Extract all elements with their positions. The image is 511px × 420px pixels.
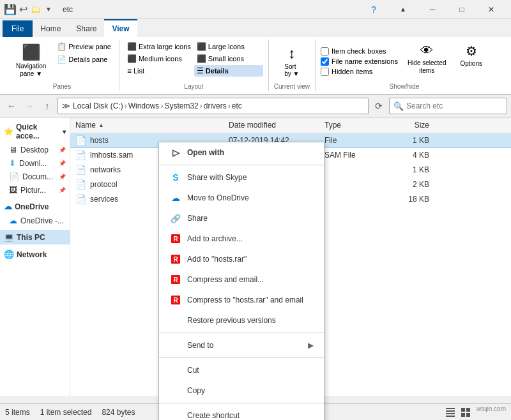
help-button[interactable]: ? [359, 0, 388, 19]
large-icons-button[interactable]: ⬛ Large icons [194, 41, 263, 52]
path-segment-windows: Windows [128, 101, 160, 110]
address-path[interactable]: ≫ Local Disk (C:) › Windows › System32 ›… [57, 98, 369, 114]
ctx-cut[interactable]: Cut [159, 360, 324, 380]
hide-selected-label: Hide selecteditems [408, 59, 446, 75]
maximize-button[interactable]: □ [447, 0, 477, 19]
preview-pane-icon: 📋 [57, 42, 66, 51]
file-size-services: 18 KB [383, 193, 434, 206]
file-icon-hosts: 📄 [75, 135, 86, 146]
search-box[interactable]: 🔍 [389, 98, 507, 114]
quick-access-toolbar-icon2[interactable]: ↩ [18, 4, 28, 15]
file-icon-protocol: 📄 [75, 179, 86, 190]
details-pane-button[interactable]: 📄 Details pane [54, 54, 114, 65]
list-view-button[interactable]: ≡ List [125, 65, 194, 77]
ctx-share[interactable]: 🔗 Share [159, 208, 324, 229]
back-button[interactable]: ← [4, 98, 19, 114]
medium-icons-button[interactable]: ⬛ Medium icons [125, 53, 194, 64]
medium-icons-icon: ⬛ [127, 54, 137, 63]
status-selected: 1 item selected [40, 408, 92, 417]
ctx-send-to-label: Send to [187, 341, 213, 350]
ctx-compress-email[interactable]: R Compress and email... [159, 269, 324, 290]
tab-home[interactable]: Home [33, 20, 68, 37]
desktop-label: Desktop [20, 146, 49, 154]
sidebar-item-network[interactable]: 🌐 Network [0, 247, 70, 262]
ribbon-group-panes: ⬛ Navigationpane ▼ 📋 Preview pane 📄 Deta… [5, 40, 119, 91]
quick-access-toolbar-icon3[interactable]: 🗂 [31, 4, 41, 15]
details-label: Details [206, 67, 229, 75]
ctx-add-hostsrar[interactable]: R Add to "hosts.rar" [159, 249, 324, 269]
tab-file[interactable]: File [3, 20, 33, 37]
details-view-button[interactable]: ☰ Details [194, 65, 263, 77]
large-icons-view-toggle[interactable] [459, 405, 473, 419]
ctx-open-with-label: Open with [187, 148, 224, 157]
minimize-button[interactable]: ─ [418, 0, 447, 19]
close-button[interactable]: ✕ [477, 0, 506, 19]
ctx-restore-versions[interactable]: Restore previous versions [159, 310, 324, 331]
file-size-protocol: 2 KB [383, 178, 434, 191]
sidebar-item-onedrive-sub[interactable]: ☁ OneDrive -... [0, 214, 70, 227]
hide-selected-button[interactable]: 👁 Hide selecteditems [402, 41, 452, 82]
column-header-date[interactable]: Date modified [224, 119, 319, 131]
path-segment-1: ≫ [62, 101, 70, 110]
onedrive-sub-icon: ☁ [9, 216, 17, 225]
navigation-pane-button[interactable]: ⬛ Navigationpane ▼ [10, 41, 52, 80]
tab-view[interactable]: View [104, 19, 137, 37]
sidebar-item-documents[interactable]: 📄 Docum... 📌 [0, 170, 70, 183]
ctx-compress-hostsrar-email[interactable]: R Compress to "hosts.rar" and email [159, 290, 324, 310]
column-header-name[interactable]: Name ▲ [70, 119, 224, 131]
sidebar-section-onedrive[interactable]: ☁ OneDrive [0, 199, 70, 214]
up-button[interactable]: ↑ [40, 98, 55, 114]
title-bar: 💾 ↩ 🗂 ▼ etc ? ▲ ─ □ ✕ [0, 0, 511, 19]
small-icons-button[interactable]: ⬛ Small icons [194, 53, 263, 64]
item-checkboxes-row[interactable]: Item check boxes [321, 47, 398, 56]
sort-arrow-name: ▲ [98, 122, 104, 128]
search-input[interactable] [406, 101, 503, 110]
sidebar-item-pictures[interactable]: 🖼 Pictur... 📌 [0, 183, 70, 197]
share-icon: 🔗 [169, 212, 182, 225]
address-bar: ← → ↑ ≫ Local Disk (C:) › Windows › Syst… [0, 95, 511, 117]
ctx-sep-3 [159, 357, 324, 358]
ctx-add-archive-label: Add to archive... [187, 234, 243, 243]
extra-large-icons-label: Extra large icons [139, 43, 191, 50]
sidebar-item-downloads[interactable]: ⬇ Downl... 📌 [0, 156, 70, 170]
preview-pane-button[interactable]: 📋 Preview pane [54, 41, 114, 52]
ctx-copy[interactable]: Copy [159, 380, 324, 401]
options-label: Options [460, 60, 482, 67]
quick-access-dropdown[interactable]: ▼ [43, 4, 54, 15]
skype-icon: S [169, 171, 182, 184]
file-name-extensions-checkbox[interactable] [321, 57, 329, 66]
column-header-size[interactable]: Size [383, 119, 434, 131]
column-header-type[interactable]: Type [319, 119, 383, 131]
path-segment-etc: etc [232, 101, 242, 110]
quick-access-toolbar-icon1[interactable]: 💾 [5, 4, 15, 15]
documents-label: Docum... [22, 172, 53, 181]
options-button[interactable]: ⚙ Options [454, 41, 487, 82]
ribbon-content: ⬛ Navigationpane ▼ 📋 Preview pane 📄 Deta… [0, 37, 511, 94]
path-segment-drivers: drivers [204, 101, 227, 110]
file-type-lmhosts: SAM File [319, 149, 383, 161]
sidebar-section-quick-access[interactable]: ⭐ Quick acce... ▾ [0, 120, 70, 143]
refresh-button[interactable]: ⟳ [371, 98, 386, 114]
details-view-toggle[interactable] [443, 405, 457, 419]
ctx-create-shortcut[interactable]: Create shortcut [159, 405, 324, 420]
extra-large-icons-button[interactable]: ⬛ Extra large icons [125, 41, 194, 52]
ctx-share-skype[interactable]: S Share with Skype [159, 167, 324, 188]
hidden-items-checkbox[interactable] [321, 68, 329, 76]
current-view-items: ↕ Sortby ▼ [276, 41, 308, 82]
sidebar-item-this-pc[interactable]: 💻 This PC [0, 230, 70, 244]
file-name-extensions-row[interactable]: File name extensions [321, 57, 398, 66]
collapse-ribbon-button[interactable]: ▲ [388, 0, 418, 19]
ctx-move-onedrive[interactable]: ☁ Move to OneDrive [159, 188, 324, 208]
sort-by-label: Sortby ▼ [284, 63, 299, 77]
ctx-open-with[interactable]: ▷ Open with [159, 142, 324, 163]
item-checkboxes-checkbox[interactable] [321, 47, 329, 56]
ctx-send-to[interactable]: Send to ▶ [159, 335, 324, 356]
sort-by-button[interactable]: ↕ Sortby ▼ [276, 43, 308, 80]
shortcut-icon [169, 409, 182, 420]
tab-share[interactable]: Share [68, 20, 104, 37]
sidebar-item-desktop[interactable]: 🖥 Desktop 📌 [0, 143, 70, 156]
hidden-items-row[interactable]: Hidden items [321, 68, 398, 76]
svg-rect-11 [446, 416, 455, 417]
network-label: Network [17, 250, 47, 259]
ctx-add-archive[interactable]: R Add to archive... [159, 229, 324, 249]
